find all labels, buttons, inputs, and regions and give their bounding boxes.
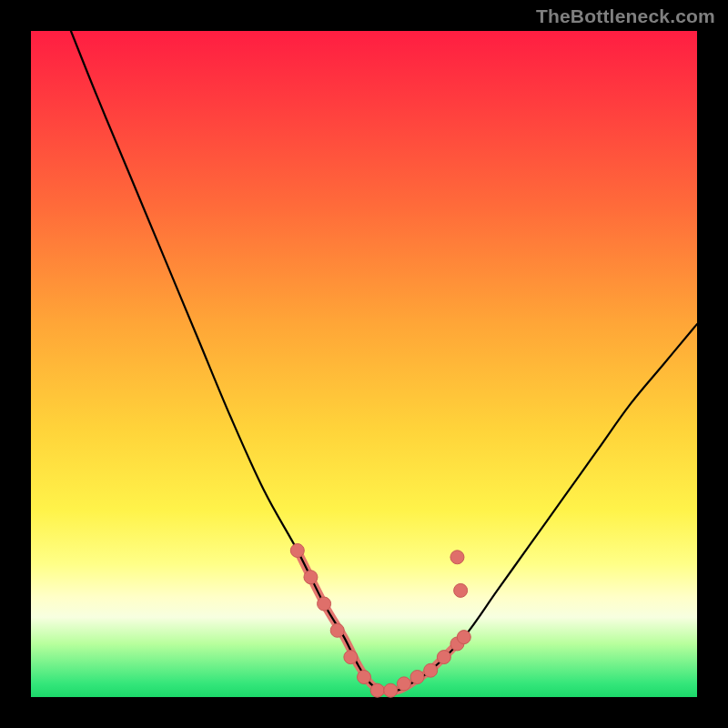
- accent-dot: [454, 583, 468, 597]
- accent-dot: [318, 597, 331, 611]
- accent-dot: [344, 651, 358, 664]
- accent-dot: [330, 623, 344, 637]
- accent-dot: [370, 683, 384, 697]
- chart-svg: [31, 31, 697, 697]
- accent-dot: [424, 663, 438, 677]
- chart-stage: TheBottleneck.com: [0, 0, 728, 728]
- accent-dot: [410, 671, 424, 684]
- accent-dot: [304, 571, 318, 584]
- accent-dots: [290, 543, 470, 697]
- accent-dot: [358, 671, 371, 684]
- accent-dot: [290, 543, 304, 557]
- watermark-text: TheBottleneck.com: [536, 5, 715, 27]
- accent-dot: [450, 551, 464, 564]
- accent-dot: [437, 651, 450, 664]
- plot-area: [31, 31, 697, 697]
- bottleneck-curve: [71, 31, 697, 692]
- accent-dot: [457, 631, 470, 644]
- accent-dot: [384, 683, 398, 697]
- accent-dot: [397, 677, 410, 691]
